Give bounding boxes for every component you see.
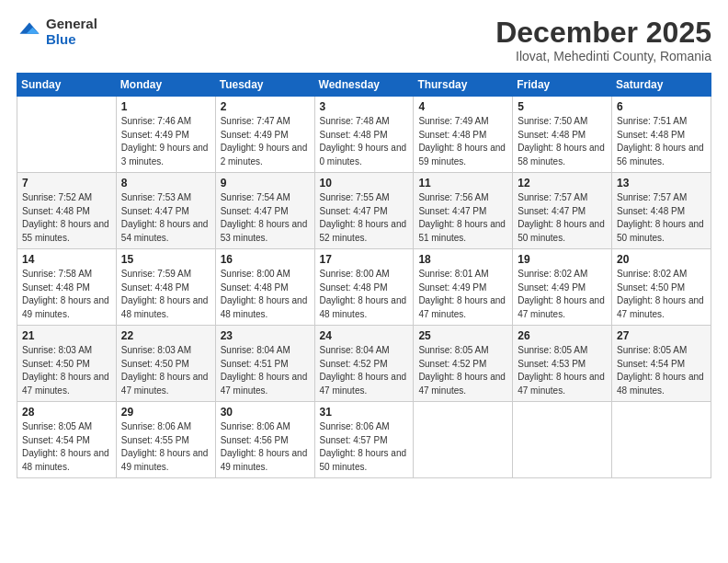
cell-day-number: 16	[221, 253, 310, 266]
cell-detail: Sunrise: 8:05 AMSunset: 4:53 PMDaylight:…	[518, 344, 607, 397]
calendar-cell: 25Sunrise: 8:05 AMSunset: 4:52 PMDayligh…	[414, 326, 513, 402]
cell-day-number: 10	[320, 177, 409, 190]
cell-detail: Sunrise: 7:54 AMSunset: 4:47 PMDaylight:…	[221, 191, 310, 245]
calendar-cell: 11Sunrise: 7:56 AMSunset: 4:47 PMDayligh…	[414, 173, 513, 249]
cell-detail: Sunrise: 8:04 AMSunset: 4:51 PMDaylight:…	[221, 344, 310, 397]
cell-detail: Sunrise: 7:57 AMSunset: 4:48 PMDaylight:…	[617, 191, 706, 245]
calendar-cell: 19Sunrise: 8:02 AMSunset: 4:49 PMDayligh…	[513, 249, 612, 326]
logo-text: General Blue	[46, 17, 97, 47]
calendar-cell: 22Sunrise: 8:03 AMSunset: 4:50 PMDayligh…	[116, 326, 215, 402]
weekday-header: Thursday	[414, 74, 513, 97]
cell-detail: Sunrise: 8:05 AMSunset: 4:54 PMDaylight:…	[617, 344, 706, 397]
cell-detail: Sunrise: 8:06 AMSunset: 4:57 PMDaylight:…	[320, 420, 409, 474]
cell-day-number: 30	[221, 406, 310, 419]
calendar-cell: 27Sunrise: 8:05 AMSunset: 4:54 PMDayligh…	[612, 326, 711, 402]
calendar-cell: 13Sunrise: 7:57 AMSunset: 4:48 PMDayligh…	[612, 173, 711, 249]
calendar-week-row: 7Sunrise: 7:52 AMSunset: 4:48 PMDaylight…	[17, 173, 711, 249]
cell-detail: Sunrise: 8:03 AMSunset: 4:50 PMDaylight:…	[121, 344, 210, 397]
cell-day-number: 17	[320, 253, 409, 266]
logo-general-text: General	[46, 17, 97, 32]
cell-detail: Sunrise: 7:55 AMSunset: 4:47 PMDaylight:…	[320, 191, 409, 245]
cell-detail: Sunrise: 7:52 AMSunset: 4:48 PMDaylight:…	[22, 191, 111, 245]
cell-detail: Sunrise: 7:51 AMSunset: 4:48 PMDaylight:…	[617, 115, 706, 168]
cell-day-number: 21	[22, 329, 111, 342]
cell-day-number: 15	[121, 253, 210, 266]
calendar-cell: 31Sunrise: 8:06 AMSunset: 4:57 PMDayligh…	[314, 402, 414, 478]
calendar-cell	[513, 402, 612, 478]
cell-detail: Sunrise: 8:02 AMSunset: 4:49 PMDaylight:…	[518, 268, 607, 321]
cell-day-number: 14	[22, 253, 111, 266]
calendar-cell: 28Sunrise: 8:05 AMSunset: 4:54 PMDayligh…	[17, 402, 117, 478]
cell-detail: Sunrise: 7:47 AMSunset: 4:49 PMDaylight:…	[221, 115, 310, 168]
calendar-cell: 7Sunrise: 7:52 AMSunset: 4:48 PMDaylight…	[17, 173, 117, 249]
calendar-header-row: SundayMondayTuesdayWednesdayThursdayFrid…	[17, 74, 711, 97]
calendar-cell: 20Sunrise: 8:02 AMSunset: 4:50 PMDayligh…	[612, 249, 711, 326]
cell-day-number: 26	[518, 329, 607, 342]
cell-day-number: 28	[22, 406, 111, 419]
logo-blue-text: Blue	[46, 32, 97, 48]
calendar-cell: 6Sunrise: 7:51 AMSunset: 4:48 PMDaylight…	[612, 97, 711, 173]
cell-detail: Sunrise: 8:04 AMSunset: 4:52 PMDaylight:…	[320, 344, 409, 397]
weekday-header: Friday	[513, 74, 612, 97]
calendar-cell: 9Sunrise: 7:54 AMSunset: 4:47 PMDaylight…	[215, 173, 314, 249]
calendar-cell: 21Sunrise: 8:03 AMSunset: 4:50 PMDayligh…	[17, 326, 117, 402]
calendar-cell: 14Sunrise: 7:58 AMSunset: 4:48 PMDayligh…	[17, 249, 117, 326]
calendar-cell: 10Sunrise: 7:55 AMSunset: 4:47 PMDayligh…	[314, 173, 414, 249]
cell-detail: Sunrise: 7:59 AMSunset: 4:48 PMDaylight:…	[121, 268, 210, 321]
calendar-cell: 4Sunrise: 7:49 AMSunset: 4:48 PMDaylight…	[414, 97, 513, 173]
calendar-cell: 5Sunrise: 7:50 AMSunset: 4:48 PMDaylight…	[513, 97, 612, 173]
header: General Blue December 2025 Ilovat, Mehed…	[17, 17, 711, 63]
cell-detail: Sunrise: 7:58 AMSunset: 4:48 PMDaylight:…	[22, 268, 111, 321]
cell-day-number: 19	[518, 253, 607, 266]
calendar-cell: 16Sunrise: 8:00 AMSunset: 4:48 PMDayligh…	[215, 249, 314, 326]
cell-day-number: 29	[121, 406, 210, 419]
cell-day-number: 7	[22, 177, 111, 190]
calendar-cell: 17Sunrise: 8:00 AMSunset: 4:48 PMDayligh…	[314, 249, 414, 326]
weekday-header: Wednesday	[314, 74, 414, 97]
month-title: December 2025	[495, 17, 711, 49]
cell-day-number: 6	[617, 100, 706, 113]
cell-day-number: 23	[221, 329, 310, 342]
calendar-week-row: 1Sunrise: 7:46 AMSunset: 4:49 PMDaylight…	[17, 97, 711, 173]
calendar-cell: 29Sunrise: 8:06 AMSunset: 4:55 PMDayligh…	[116, 402, 215, 478]
location-subtitle: Ilovat, Mehedinti County, Romania	[495, 49, 711, 63]
calendar-cell: 2Sunrise: 7:47 AMSunset: 4:49 PMDaylight…	[215, 97, 314, 173]
calendar-week-row: 14Sunrise: 7:58 AMSunset: 4:48 PMDayligh…	[17, 249, 711, 326]
cell-day-number: 31	[320, 406, 409, 419]
logo: General Blue	[17, 17, 97, 47]
cell-detail: Sunrise: 8:00 AMSunset: 4:48 PMDaylight:…	[221, 268, 310, 321]
calendar-cell	[17, 97, 117, 173]
cell-detail: Sunrise: 7:53 AMSunset: 4:47 PMDaylight:…	[121, 191, 210, 245]
calendar-cell: 30Sunrise: 8:06 AMSunset: 4:56 PMDayligh…	[215, 402, 314, 478]
calendar-cell: 3Sunrise: 7:48 AMSunset: 4:48 PMDaylight…	[314, 97, 414, 173]
cell-detail: Sunrise: 7:56 AMSunset: 4:47 PMDaylight:…	[418, 191, 507, 245]
cell-day-number: 24	[320, 329, 409, 342]
cell-day-number: 8	[121, 177, 210, 190]
cell-day-number: 12	[518, 177, 607, 190]
cell-detail: Sunrise: 8:02 AMSunset: 4:50 PMDaylight:…	[617, 268, 706, 321]
calendar-cell: 24Sunrise: 8:04 AMSunset: 4:52 PMDayligh…	[314, 326, 414, 402]
cell-day-number: 2	[221, 100, 310, 113]
title-block: December 2025 Ilovat, Mehedinti County, …	[495, 17, 711, 63]
calendar-cell: 12Sunrise: 7:57 AMSunset: 4:47 PMDayligh…	[513, 173, 612, 249]
cell-detail: Sunrise: 8:01 AMSunset: 4:49 PMDaylight:…	[418, 268, 507, 321]
calendar-cell: 1Sunrise: 7:46 AMSunset: 4:49 PMDaylight…	[116, 97, 215, 173]
cell-detail: Sunrise: 8:00 AMSunset: 4:48 PMDaylight:…	[320, 268, 409, 321]
cell-detail: Sunrise: 8:05 AMSunset: 4:54 PMDaylight:…	[22, 420, 111, 474]
calendar-cell: 23Sunrise: 8:04 AMSunset: 4:51 PMDayligh…	[215, 326, 314, 402]
calendar-week-row: 28Sunrise: 8:05 AMSunset: 4:54 PMDayligh…	[17, 402, 711, 478]
cell-detail: Sunrise: 8:03 AMSunset: 4:50 PMDaylight:…	[22, 344, 111, 397]
cell-detail: Sunrise: 7:50 AMSunset: 4:48 PMDaylight:…	[518, 115, 607, 168]
cell-detail: Sunrise: 7:48 AMSunset: 4:48 PMDaylight:…	[320, 115, 409, 168]
calendar-cell: 26Sunrise: 8:05 AMSunset: 4:53 PMDayligh…	[513, 326, 612, 402]
calendar-cell: 8Sunrise: 7:53 AMSunset: 4:47 PMDaylight…	[116, 173, 215, 249]
cell-detail: Sunrise: 7:46 AMSunset: 4:49 PMDaylight:…	[121, 115, 210, 168]
cell-day-number: 9	[221, 177, 310, 190]
page: General Blue December 2025 Ilovat, Mehed…	[0, 0, 728, 563]
cell-day-number: 22	[121, 329, 210, 342]
calendar-week-row: 21Sunrise: 8:03 AMSunset: 4:50 PMDayligh…	[17, 326, 711, 402]
cell-detail: Sunrise: 8:06 AMSunset: 4:56 PMDaylight:…	[221, 420, 310, 474]
cell-detail: Sunrise: 8:06 AMSunset: 4:55 PMDaylight:…	[121, 420, 210, 474]
cell-day-number: 27	[617, 329, 706, 342]
calendar-cell	[414, 402, 513, 478]
